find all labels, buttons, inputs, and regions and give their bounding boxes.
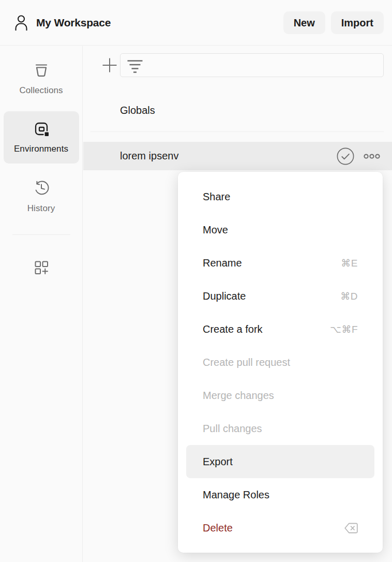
menu-item-label: Rename [203, 257, 242, 269]
more-actions-icon[interactable] [364, 153, 380, 159]
environment-row-globals[interactable]: Globals [83, 96, 392, 125]
workspace-header: My Workspace New Import [0, 0, 392, 46]
sidebar-item-history[interactable]: History [4, 170, 79, 223]
sidebar-item-label: Environments [14, 144, 68, 154]
sidebar-item-label: Collections [19, 85, 63, 96]
environment-context-menu: Share Move Rename ⌘E Duplicate ⌘D Create… [178, 172, 383, 553]
menu-item-delete[interactable]: Delete [186, 511, 374, 544]
sidebar-item-environments[interactable]: Environments [4, 111, 79, 164]
add-environment-button[interactable] [96, 51, 124, 79]
grid-plus-icon[interactable] [33, 259, 50, 276]
menu-item-export[interactable]: Export [186, 445, 374, 478]
sidebar-item-collections[interactable]: Collections [4, 53, 79, 105]
menu-item-duplicate[interactable]: Duplicate ⌘D [186, 279, 374, 313]
environment-row-lorem-ipsenv[interactable]: lorem ipsenv [83, 142, 392, 170]
page-title: My Workspace [36, 17, 111, 29]
shortcut-label: ⌥⌘F [330, 323, 358, 335]
menu-item-pull-changes: Pull changes [186, 412, 374, 445]
sidebar-divider [12, 234, 70, 235]
menu-item-label: Delete [203, 522, 233, 534]
menu-item-label: Pull changes [203, 423, 262, 435]
menu-item-label: Create pull request [203, 357, 290, 368]
menu-item-label: Manage Roles [203, 489, 269, 501]
shortcut-label: ⌘E [341, 257, 358, 269]
shortcut-label: ⌘D [340, 290, 358, 302]
menu-item-label: Create a fork [203, 323, 263, 335]
menu-item-label: Share [203, 191, 230, 203]
check-circle-icon[interactable] [337, 147, 354, 165]
sidebar-item-label: History [27, 203, 55, 214]
environment-name: Globals [120, 105, 380, 116]
plus-icon [101, 57, 118, 73]
environments-icon [33, 121, 50, 137]
menu-item-label: Merge changes [203, 390, 274, 402]
backspace-icon [344, 523, 358, 534]
import-button[interactable]: Import [331, 11, 384, 34]
menu-item-move[interactable]: Move [186, 213, 374, 246]
menu-item-label: Duplicate [203, 290, 246, 302]
filter-input[interactable] [149, 60, 377, 71]
history-icon [33, 179, 50, 197]
menu-item-rename[interactable]: Rename ⌘E [186, 246, 374, 279]
menu-item-share[interactable]: Share [186, 180, 374, 213]
filter-field [120, 53, 384, 77]
menu-item-merge-changes: Merge changes [186, 379, 374, 412]
list-divider [91, 131, 384, 132]
menu-item-create-a-fork[interactable]: Create a fork ⌥⌘F [186, 313, 374, 346]
menu-item-create-pull-request: Create pull request [186, 346, 374, 379]
collections-icon [33, 62, 50, 79]
new-button[interactable]: New [283, 11, 325, 34]
filter-icon [127, 56, 143, 75]
person-icon [14, 14, 28, 31]
menu-item-label: Move [203, 224, 228, 236]
workspace-switcher[interactable]: My Workspace [14, 14, 111, 31]
menu-item-label: Export [203, 456, 233, 468]
environments-toolbar [83, 46, 392, 84]
environment-name: lorem ipsenv [120, 150, 337, 162]
left-sidebar: Collections Environments History [0, 46, 83, 562]
menu-item-manage-roles[interactable]: Manage Roles [186, 478, 374, 511]
